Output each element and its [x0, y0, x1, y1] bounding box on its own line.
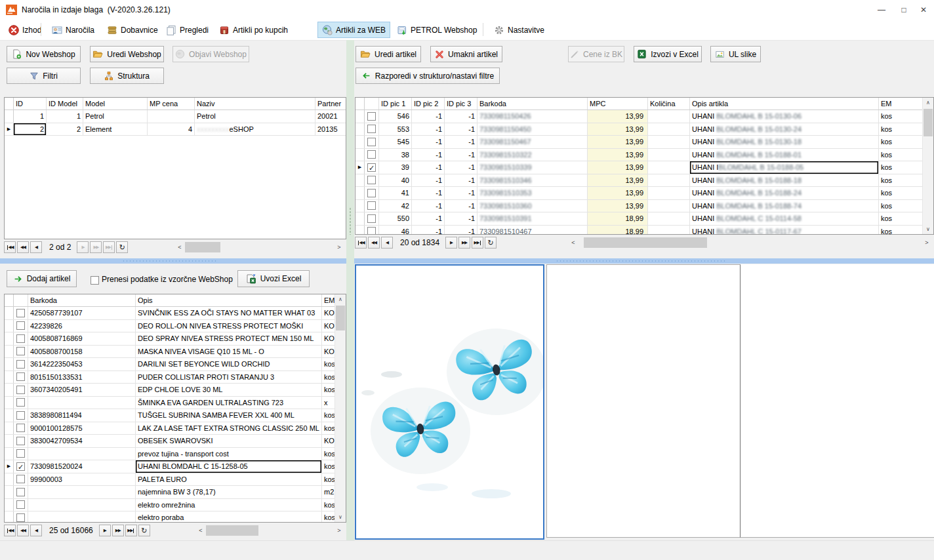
objavi-webshop-button[interactable]: Objavi Webshop — [173, 46, 249, 62]
catalog-row[interactable]: 99900003 PALETA EURO kos — [5, 473, 335, 487]
scroll-right-icon[interactable]: > — [923, 237, 931, 248]
nav-first-button[interactable]: ◀◀ — [4, 525, 16, 536]
row-checkbox[interactable] — [365, 187, 379, 199]
nav-next-button[interactable]: ▶ — [77, 241, 89, 253]
transfer-checkbox[interactable] — [91, 276, 99, 285]
uredi-webshop-button[interactable]: Uredi Webshop — [90, 46, 164, 62]
webshop-row[interactable]: ▶ 2 2 Element 4 xxxxxxxxxeSHOP 20135 — [5, 123, 346, 136]
scroll-left-icon[interactable]: < — [176, 242, 184, 252]
razporedi-button[interactable]: Razporedi v strukturo/nastavi filtre — [355, 68, 500, 84]
webshop-row[interactable]: 1 1 Petrol Petrol 20021 — [5, 110, 346, 123]
row-checkbox[interactable] — [14, 346, 28, 358]
articles-vscrollbar[interactable]: ∧ ∨ — [922, 98, 933, 234]
article-row[interactable]: ▶ ✓ 39 -1 -1 7330981510339 13,99 UHANI I… — [355, 161, 923, 174]
catalog-row[interactable]: 3838980811494 TUŠGEL SUBRINA SAMBA FEVER… — [5, 409, 335, 422]
horizontal-splitter[interactable] — [0, 258, 934, 264]
nav-prev-fast-button[interactable]: ◀◀ — [17, 241, 29, 253]
nav-prev-button[interactable]: ◀ — [381, 237, 393, 249]
row-checkbox[interactable] — [14, 384, 28, 396]
cene-iz-bk-button[interactable]: Cene iz BK — [568, 46, 624, 62]
row-checkbox[interactable]: ✓ — [365, 161, 379, 174]
row-checkbox[interactable] — [14, 499, 28, 511]
row-checkbox[interactable] — [14, 358, 28, 370]
nav-prev-button[interactable]: ◀ — [30, 241, 42, 253]
vscroll-thumb[interactable] — [924, 109, 933, 136]
row-checkbox[interactable] — [14, 307, 28, 319]
nav-last-button[interactable]: ▶▶ — [125, 525, 137, 536]
row-checkbox[interactable] — [14, 422, 28, 435]
uvozi-excel-button[interactable]: Uvozi Excel — [237, 270, 310, 287]
article-row[interactable]: 46 -1 -1 7330981510467 18,99 UHANI BLOMD… — [355, 226, 923, 235]
image-preview-selected[interactable] — [355, 264, 544, 540]
nav-prev-fast-button[interactable]: ◀◀ — [368, 237, 380, 249]
row-checkbox[interactable] — [14, 320, 28, 332]
catalog-row[interactable]: 3614222350453 DARILNI SET BEYONCE WILD O… — [5, 358, 335, 371]
row-checkbox[interactable] — [365, 226, 379, 235]
nav-refresh-button[interactable]: ↻ — [138, 525, 150, 536]
scroll-left-icon[interactable]: < — [197, 525, 205, 536]
nav-last-button[interactable]: ▶▶ — [472, 237, 483, 249]
nav-next-fast-button[interactable]: ▶▶ — [458, 237, 470, 249]
hscroll-thumb[interactable] — [185, 242, 220, 252]
scroll-right-icon[interactable]: > — [335, 242, 343, 252]
row-checkbox[interactable] — [14, 371, 28, 384]
row-checkbox[interactable] — [14, 486, 28, 498]
row-checkbox[interactable] — [365, 136, 379, 148]
image-preview-slot-3[interactable] — [741, 264, 934, 538]
nav-refresh-button[interactable]: ↻ — [116, 241, 128, 253]
nav-next-button[interactable]: ▶ — [445, 237, 457, 249]
struktura-button[interactable]: Struktura — [90, 68, 164, 84]
article-row[interactable]: 38 -1 -1 7330981510322 13,99 UHANI BLOMD… — [355, 149, 923, 162]
toolbar-item-pregledi[interactable]: Pregledi — [161, 22, 213, 38]
row-checkbox[interactable] — [365, 200, 379, 212]
toolbar-item-artikli-za-web[interactable]: Artikli za WEB — [317, 22, 390, 38]
catalog-row[interactable]: 4005808716869 DEO SPRAY NIVEA STRESS PRO… — [5, 332, 335, 346]
row-checkbox[interactable] — [14, 397, 28, 409]
close-button[interactable]: ✕ — [913, 0, 934, 20]
uredi-artikel-button[interactable]: Uredi artikel — [355, 46, 421, 62]
toolbar-item-nastavitve[interactable]: Nastavitve — [489, 22, 549, 38]
nav-next-fast-button[interactable]: ▶▶ — [90, 241, 102, 253]
nav-first-button[interactable]: ◀◀ — [4, 241, 16, 253]
row-checkbox[interactable] — [365, 149, 379, 161]
maximize-button[interactable]: □ — [893, 0, 914, 20]
hscroll-thumb[interactable] — [206, 525, 258, 536]
nav-refresh-button[interactable]: ↻ — [485, 237, 497, 249]
row-checkbox[interactable] — [365, 110, 379, 123]
scroll-up-icon[interactable]: ∧ — [923, 98, 933, 108]
scroll-up-icon[interactable]: ∧ — [335, 294, 346, 304]
row-checkbox[interactable] — [14, 409, 28, 422]
scroll-left-icon[interactable]: < — [569, 237, 577, 248]
catalog-row[interactable]: ▶ ✓ 7330981520024 UHANI BLOMDAHL C 15-12… — [5, 460, 335, 473]
article-row[interactable]: 42 -1 -1 7330981510360 13,99 UHANI BLOMD… — [355, 200, 923, 213]
vertical-splitter[interactable] — [346, 40, 354, 540]
toolbar-item-petrol-webshop[interactable]: PETROL Webshop — [392, 22, 481, 38]
nav-next-button[interactable]: ▶ — [99, 525, 111, 536]
article-row[interactable]: 553 -1 -1 7330981150450 13,99 UHANI BLOM… — [355, 123, 923, 136]
catalog-row[interactable]: 8015150133531 PUDER COLLISTAR PROTI STAR… — [5, 371, 335, 384]
image-preview-slot-2[interactable] — [546, 264, 741, 538]
scroll-down-icon[interactable]: ∨ — [335, 512, 346, 522]
article-row[interactable]: 550 -1 -1 7330981510391 18,99 UHANI BLOM… — [355, 212, 923, 226]
row-checkbox[interactable] — [14, 435, 28, 447]
filtri-button[interactable]: Filtri — [7, 68, 81, 84]
nav-last-button[interactable]: ▶▶ — [103, 241, 115, 253]
izvozi-v-excel-button[interactable]: Izvozi v Excel — [634, 46, 702, 62]
row-checkbox[interactable] — [365, 212, 379, 225]
row-checkbox[interactable] — [14, 473, 28, 486]
catalog-row[interactable]: elektro omrežnina kos — [5, 499, 335, 512]
catalog-row[interactable]: prevoz tujina - transport cost kos — [5, 448, 335, 461]
ul-slike-button[interactable]: UL slike — [710, 46, 761, 62]
scroll-right-icon[interactable]: > — [335, 525, 343, 536]
catalog-row[interactable]: 3607340205491 EDP CHLOE LOVE 30 ML kos — [5, 384, 335, 397]
vscroll-thumb[interactable] — [336, 306, 345, 330]
toolbar-item-izhod[interactable]: Izhod — [4, 22, 46, 38]
nav-prev-button[interactable]: ◀ — [30, 525, 42, 536]
article-row[interactable]: 546 -1 -1 7330981150426 13,99 UHANI BLOM… — [355, 110, 923, 123]
catalog-row[interactable]: najemnina BW 3 (78,17) m2 — [5, 486, 335, 499]
catalog-vscrollbar[interactable]: ∧ ∨ — [335, 294, 346, 522]
row-checkbox[interactable] — [14, 511, 28, 523]
nav-prev-fast-button[interactable]: ◀◀ — [17, 525, 29, 536]
toolbar-item-narocila[interactable]: Naročila — [47, 22, 99, 38]
toolbar-item-artikli-po-kupcih[interactable]: Artikli po kupcih — [214, 22, 293, 38]
